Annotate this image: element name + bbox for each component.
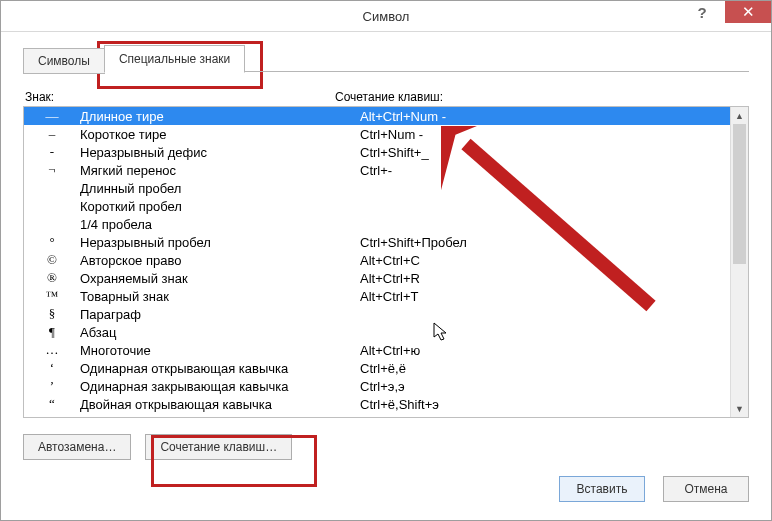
list-item[interactable]: ¶Абзац xyxy=(24,323,730,341)
list-item-name: Двойная открывающая кавычка xyxy=(80,397,360,412)
tab-label: Специальные знаки xyxy=(119,52,230,66)
list-item-name: Одинарная открывающая кавычка xyxy=(80,361,360,376)
list-item[interactable]: Короткий пробел xyxy=(24,197,730,215)
button-label: Вставить xyxy=(577,482,628,496)
list-item-name: Авторское право xyxy=(80,253,360,268)
list-item-name: Мягкий перенос xyxy=(80,163,360,178)
list-item-shortcut: Alt+Ctrl+Num - xyxy=(360,109,730,124)
list-item[interactable]: Длинный пробел xyxy=(24,179,730,197)
list-item[interactable]: -Неразрывный дефисCtrl+Shift+_ xyxy=(24,143,730,161)
list-item-shortcut: Ctrl+Shift+Пробел xyxy=(360,235,730,250)
window-title: Символ xyxy=(1,9,771,24)
tab-strip: Символы Специальные знаки xyxy=(23,44,749,72)
list-item-name: Многоточие xyxy=(80,343,360,358)
list-headers: Знак: Сочетание клавиш: xyxy=(23,90,749,104)
list-item-name: Параграф xyxy=(80,307,360,322)
list-item-name: Неразрывный пробел xyxy=(80,235,360,250)
list-item-symbol: — xyxy=(24,108,80,124)
scroll-up-icon[interactable]: ▲ xyxy=(731,107,748,124)
list-item-shortcut: Ctrl+Shift+_ xyxy=(360,145,730,160)
list-item-shortcut: Ctrl+ё,ё xyxy=(360,361,730,376)
list-item-name: Товарный знак xyxy=(80,289,360,304)
list-item-symbol: – xyxy=(24,126,80,142)
button-label: Автозамена… xyxy=(38,440,116,454)
list-item-name: Одинарная закрывающая кавычка xyxy=(80,379,360,394)
insert-button[interactable]: Вставить xyxy=(559,476,645,502)
autocorrect-button[interactable]: Автозамена… xyxy=(23,434,131,460)
title-bar: Символ ? ✕ xyxy=(1,1,771,32)
list-item[interactable]: “Двойная открывающая кавычкаCtrl+ё,Shift… xyxy=(24,395,730,413)
list-item-symbol: ‘ xyxy=(24,360,80,376)
list-item-shortcut: Ctrl+э,э xyxy=(360,379,730,394)
button-label: Сочетание клавиш… xyxy=(160,440,277,454)
list-item-symbol: © xyxy=(24,252,80,268)
list-item-shortcut: Ctrl+- xyxy=(360,163,730,178)
scroll-thumb[interactable] xyxy=(733,124,746,264)
list-item-name: Неразрывный дефис xyxy=(80,145,360,160)
list-item[interactable]: ‘Одинарная открывающая кавычкаCtrl+ё,ё xyxy=(24,359,730,377)
list-item-symbol: ¶ xyxy=(24,324,80,340)
list-item-symbol: “ xyxy=(24,396,80,412)
scroll-down-icon[interactable]: ▼ xyxy=(731,400,748,417)
button-label: Отмена xyxy=(684,482,727,496)
list-item-name: Длинное тире xyxy=(80,109,360,124)
list-item-symbol: ® xyxy=(24,270,80,286)
list-item[interactable]: §Параграф xyxy=(24,305,730,323)
list-item-shortcut: Alt+Ctrl+T xyxy=(360,289,730,304)
scrollbar[interactable]: ▲ ▼ xyxy=(730,107,748,417)
header-shortcut: Сочетание клавиш: xyxy=(335,90,443,104)
list-item[interactable]: ™Товарный знакAlt+Ctrl+T xyxy=(24,287,730,305)
close-icon: ✕ xyxy=(742,1,755,23)
tab-special-chars[interactable]: Специальные знаки xyxy=(104,45,245,73)
list-item[interactable]: —Длинное тиреAlt+Ctrl+Num - xyxy=(24,107,730,125)
shortcut-key-button[interactable]: Сочетание клавиш… xyxy=(145,434,292,460)
list-box: —Длинное тиреAlt+Ctrl+Num -–Короткое тир… xyxy=(23,106,749,418)
list-item[interactable]: …МноготочиеAlt+Ctrl+ю xyxy=(24,341,730,359)
scroll-track[interactable] xyxy=(731,124,748,400)
list-item-name: Абзац xyxy=(80,325,360,340)
help-button[interactable]: ? xyxy=(679,1,725,23)
list-item[interactable]: 1/4 пробела xyxy=(24,215,730,233)
list-item[interactable]: °Неразрывный пробелCtrl+Shift+Пробел xyxy=(24,233,730,251)
list-item[interactable]: ¬Мягкий переносCtrl+- xyxy=(24,161,730,179)
list-item-symbol: - xyxy=(24,144,80,160)
list-item-shortcut: Alt+Ctrl+R xyxy=(360,271,730,286)
list-item[interactable]: –Короткое тиреCtrl+Num - xyxy=(24,125,730,143)
list-item[interactable]: ©Авторское правоAlt+Ctrl+C xyxy=(24,251,730,269)
lower-button-row: Автозамена… Сочетание клавиш… xyxy=(23,434,749,460)
list-item-name: Короткий пробел xyxy=(80,199,360,214)
list-item-symbol: ’ xyxy=(24,378,80,394)
list-item-symbol: § xyxy=(24,306,80,322)
list-item-name: 1/4 пробела xyxy=(80,217,360,232)
tab-symbols[interactable]: Символы xyxy=(23,48,105,74)
list-item-symbol: ° xyxy=(24,234,80,250)
dialog-body: Символы Специальные знаки Знак: Сочетани… xyxy=(1,32,771,460)
tab-label: Символы xyxy=(38,54,90,68)
list-content[interactable]: —Длинное тиреAlt+Ctrl+Num -–Короткое тир… xyxy=(24,107,730,417)
list-item-symbol: … xyxy=(24,342,80,358)
dialog-footer: Вставить Отмена xyxy=(559,476,749,502)
list-item-name: Охраняемый знак xyxy=(80,271,360,286)
list-item-name: Короткое тире xyxy=(80,127,360,142)
list-item-symbol: ™ xyxy=(24,288,80,304)
cancel-button[interactable]: Отмена xyxy=(663,476,749,502)
list-item-shortcut: Ctrl+ё,Shift+э xyxy=(360,397,730,412)
list-item-shortcut: Alt+Ctrl+C xyxy=(360,253,730,268)
close-button[interactable]: ✕ xyxy=(725,1,771,23)
list-item-shortcut: Alt+Ctrl+ю xyxy=(360,343,730,358)
list-item-name: Длинный пробел xyxy=(80,181,360,196)
header-sign: Знак: xyxy=(25,90,335,104)
dialog-window: Символ ? ✕ Символы Специальные знаки Зна… xyxy=(0,0,772,521)
list-item-shortcut: Ctrl+Num - xyxy=(360,127,730,142)
list-item[interactable]: ’Одинарная закрывающая кавычкаCtrl+э,э xyxy=(24,377,730,395)
list-item[interactable]: ®Охраняемый знакAlt+Ctrl+R xyxy=(24,269,730,287)
list-item-symbol: ¬ xyxy=(24,162,80,178)
